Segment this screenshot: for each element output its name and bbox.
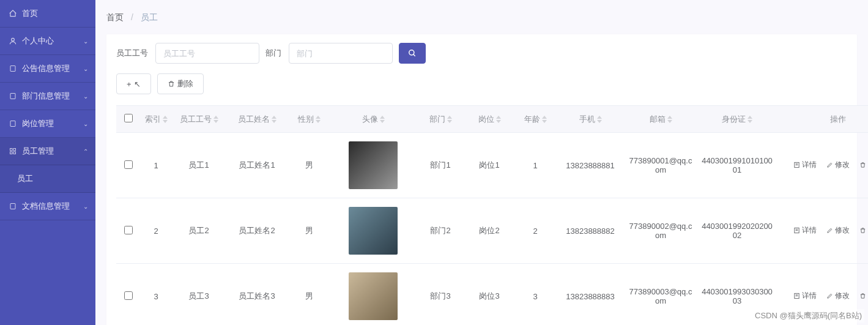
cell-index: 1 <box>141 133 171 198</box>
chevron-down-icon: ⌄ <box>83 203 88 210</box>
employee-table: 索引 员工工号 员工姓名 性别 头像 部门 岗位 年龄 手机 邮箱 身份证 操作 <box>116 105 868 325</box>
cell-gender: 男 <box>287 198 330 264</box>
sidebar-item-dept[interactable]: 部门信息管理 ⌄ <box>0 83 95 110</box>
breadcrumb-home[interactable]: 首页 <box>106 12 124 22</box>
home-icon <box>9 9 17 18</box>
edit-button[interactable]: 修改 <box>826 225 850 236</box>
cell-email: 773890002@qq.com <box>624 198 697 264</box>
watermark: CSDN @猫头鹰源码(同名B站) <box>752 309 864 323</box>
svg-rect-6 <box>10 152 13 154</box>
doc-icon <box>9 64 17 73</box>
filter-input-empid[interactable] <box>155 43 259 64</box>
select-all-checkbox[interactable] <box>124 114 133 122</box>
svg-point-0 <box>12 38 15 41</box>
sidebar-item-label: 文档信息管理 <box>22 201 70 212</box>
cell-gender: 男 <box>287 133 330 198</box>
detail-button[interactable]: 详情 <box>793 160 817 171</box>
trash-icon <box>859 293 866 299</box>
sidebar-item-label: 员工 <box>17 173 33 184</box>
cell-age: 1 <box>514 133 557 198</box>
trash-icon <box>859 162 866 168</box>
row-delete-button[interactable]: 删除 <box>859 225 868 236</box>
cell-post: 岗位3 <box>465 264 514 326</box>
sidebar-item-post[interactable]: 岗位管理 ⌄ <box>0 110 95 138</box>
cell-empname: 员工姓名3 <box>226 264 287 326</box>
doc-icon <box>9 92 17 100</box>
th-index[interactable]: 索引 <box>141 106 171 133</box>
th-phone[interactable]: 手机 <box>557 106 624 133</box>
th-gender[interactable]: 性别 <box>287 106 330 133</box>
sidebar-item-home[interactable]: 首页 <box>0 0 95 28</box>
sidebar-subitem-employee[interactable]: 员工 <box>0 165 95 193</box>
chevron-down-icon: ⌄ <box>83 38 88 45</box>
svg-rect-5 <box>13 149 16 151</box>
cell-age: 2 <box>514 198 557 264</box>
row-checkbox[interactable] <box>124 160 133 169</box>
cell-email: 773890001@qq.com <box>624 133 697 198</box>
edit-button[interactable]: 修改 <box>826 160 850 171</box>
svg-rect-4 <box>10 149 13 151</box>
sidebar-item-notice[interactable]: 公告信息管理 ⌄ <box>0 55 95 83</box>
th-empid[interactable]: 员工工号 <box>171 106 226 133</box>
content-card: 员工工号 部门 + ↖ 删除 <box>106 34 857 325</box>
sidebar-item-profile[interactable]: 个人中心 ⌄ <box>0 28 95 55</box>
sidebar-item-label: 岗位管理 <box>22 118 54 129</box>
th-ops: 操作 <box>777 106 868 133</box>
row-checkbox[interactable] <box>124 291 133 300</box>
sidebar-item-label: 个人中心 <box>22 35 54 47</box>
detail-button[interactable]: 详情 <box>793 225 817 236</box>
breadcrumb-separator: / <box>131 12 133 22</box>
th-empname[interactable]: 员工姓名 <box>226 106 287 133</box>
th-idcard[interactable]: 身份证 <box>697 106 777 133</box>
svg-rect-8 <box>10 204 15 209</box>
sidebar-item-docinfo[interactable]: 文档信息管理 ⌄ <box>0 193 95 220</box>
cell-email: 773890003@qq.com <box>624 264 697 326</box>
sidebar-item-label: 部门信息管理 <box>22 91 70 102</box>
cell-ops: 详情 修改 删除 <box>777 198 868 264</box>
detail-button[interactable]: 详情 <box>793 291 817 302</box>
delete-button[interactable]: 删除 <box>157 73 204 94</box>
breadcrumb-current: 员工 <box>141 12 158 22</box>
edit-icon <box>826 293 833 299</box>
svg-rect-1 <box>10 66 15 72</box>
trash-icon <box>168 80 175 88</box>
detail-icon <box>793 227 800 234</box>
sidebar-item-employee[interactable]: 员工管理 ⌃ <box>0 138 95 165</box>
th-post[interactable]: 岗位 <box>465 106 514 133</box>
cell-empname: 员工姓名2 <box>226 198 287 264</box>
cell-dept: 部门1 <box>416 133 465 198</box>
filter-label-empid: 员工工号 <box>116 48 148 59</box>
filter-input-dept[interactable] <box>289 43 393 64</box>
cell-post: 岗位1 <box>465 133 514 198</box>
cell-empid: 员工2 <box>171 198 226 264</box>
row-delete-button[interactable]: 删除 <box>859 291 868 302</box>
cell-index: 3 <box>141 264 171 326</box>
cell-empid: 员工3 <box>171 264 226 326</box>
edit-button[interactable]: 修改 <box>826 291 850 302</box>
cell-post: 岗位2 <box>465 198 514 264</box>
doc-icon <box>9 202 17 211</box>
user-icon <box>9 37 17 45</box>
plus-icon: + <box>127 80 132 89</box>
svg-rect-7 <box>13 152 16 154</box>
th-avatar[interactable]: 头像 <box>330 106 416 133</box>
row-delete-button[interactable]: 删除 <box>859 160 868 171</box>
sidebar: 首页 个人中心 ⌄ 公告信息管理 ⌄ 部门信息管理 ⌄ 岗位管理 ⌄ 员工管理 … <box>0 0 95 325</box>
chevron-down-icon: ⌄ <box>83 93 88 100</box>
main-content: 首页 / 员工 员工工号 部门 + ↖ <box>95 0 868 325</box>
search-icon <box>408 49 417 58</box>
action-row: + ↖ 删除 <box>116 73 847 94</box>
chevron-up-icon: ⌃ <box>83 148 88 155</box>
th-email[interactable]: 邮箱 <box>624 106 697 133</box>
sidebar-item-label: 员工管理 <box>22 146 54 157</box>
grid-icon <box>9 147 17 155</box>
th-dept[interactable]: 部门 <box>416 106 465 133</box>
search-button[interactable] <box>399 43 426 64</box>
th-age[interactable]: 年龄 <box>514 106 557 133</box>
cell-empname: 员工姓名1 <box>226 133 287 198</box>
svg-line-10 <box>414 54 415 56</box>
cell-age: 3 <box>514 264 557 326</box>
add-button[interactable]: + ↖ <box>116 73 151 94</box>
avatar <box>349 272 398 320</box>
row-checkbox[interactable] <box>124 226 133 234</box>
